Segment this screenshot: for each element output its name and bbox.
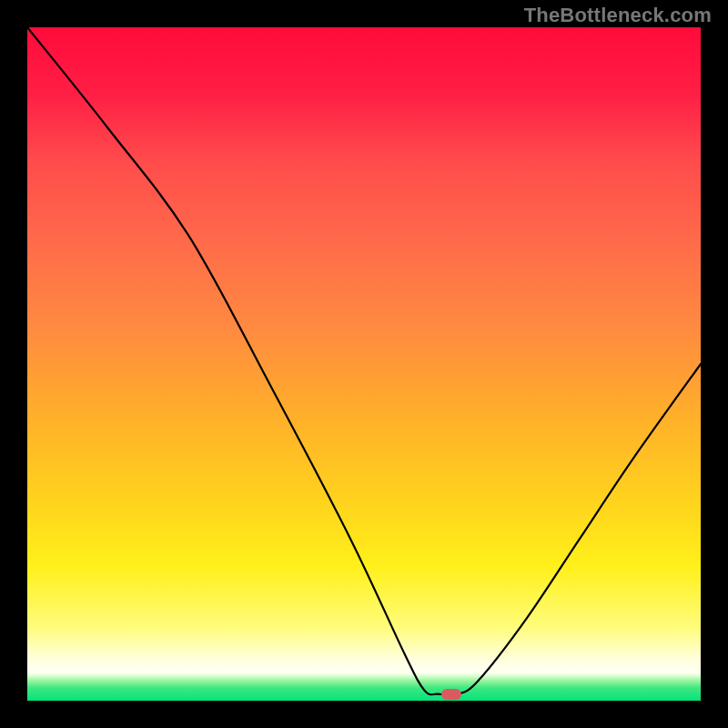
bottleneck-curve-svg: [27, 27, 701, 701]
optimal-point-marker: [441, 689, 461, 700]
plot-area: [27, 27, 701, 701]
bottleneck-curve: [27, 27, 701, 695]
app-frame: TheBottleneck.com: [0, 0, 728, 728]
watermark-text: TheBottleneck.com: [524, 4, 712, 27]
